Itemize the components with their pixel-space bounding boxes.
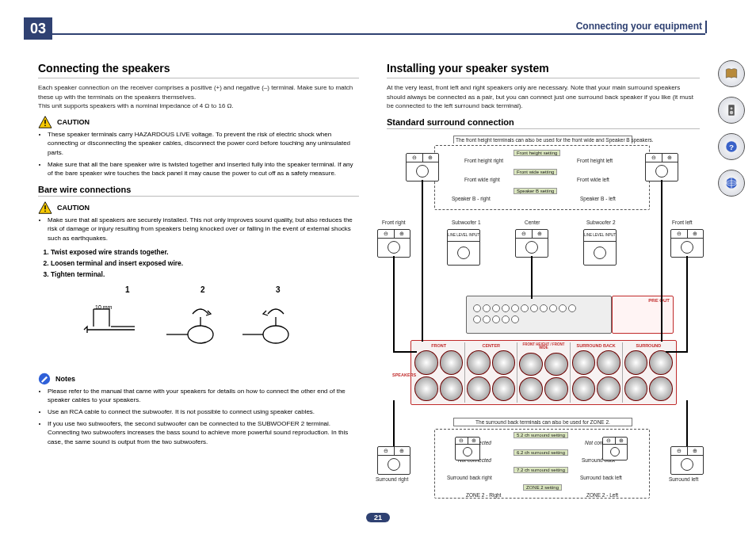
wire xyxy=(531,256,533,299)
wire xyxy=(393,256,395,351)
lbl-fhl: Front height left xyxy=(577,158,613,163)
page-number: 21 xyxy=(366,513,390,522)
lbl-sl: Surround left xyxy=(669,476,698,482)
rule xyxy=(38,78,359,78)
note-item: If you use two subwoofers, the second su… xyxy=(48,419,359,447)
chapter-title: Connecting your equipment xyxy=(576,21,702,32)
wire xyxy=(661,180,662,342)
svg-rect-1 xyxy=(44,120,45,124)
lbl-fhr: Front height right xyxy=(464,158,503,163)
svg-rect-2 xyxy=(44,124,45,125)
caution-list-2: Make sure that all speakers are securely… xyxy=(38,216,359,243)
chapter-rule xyxy=(52,33,705,35)
nav-network-icon[interactable] xyxy=(718,170,745,197)
setting-fh: Front height setting xyxy=(514,150,560,156)
speakers-label: SPEAKERS xyxy=(392,373,416,377)
caution1-item: These speaker terminals carry HAZARDOUS … xyxy=(48,130,359,158)
rule xyxy=(387,78,700,78)
chapter-title-bar xyxy=(705,21,707,33)
lbl-sbkr: Surround back right xyxy=(447,475,492,480)
left-intro: Each speaker connection on the receiver … xyxy=(38,83,359,111)
wire xyxy=(686,256,688,351)
wire xyxy=(686,400,688,446)
caution2-item: Make sure that all speakers are securely… xyxy=(48,216,359,243)
lbl-sr: Surround right xyxy=(376,476,408,482)
speaker-fh-right: ⊖⊕ xyxy=(406,153,439,182)
rule xyxy=(38,196,359,197)
wire-steps: Twist exposed wire strands together. Loo… xyxy=(38,246,359,281)
lbl-fr: Front right xyxy=(382,220,406,225)
speaker-surround-right: ⊖⊕ xyxy=(377,446,410,475)
lbl-sbl: Speaker B - left xyxy=(580,196,616,201)
lbl-linelevel2: LINE LEVEL INPUT xyxy=(584,230,616,241)
caution1-item: Make sure that all the bare speaker wire… xyxy=(48,160,359,178)
receiver-upper xyxy=(466,296,612,334)
speaker-diagram: The front height terminals can also be u… xyxy=(387,136,700,508)
svg-point-11 xyxy=(188,326,213,343)
lbl-center: Center xyxy=(525,220,540,225)
speaker-sback-small-l: ⊖⊕ xyxy=(602,437,628,460)
speaker-sub1: LINE LEVEL INPUT xyxy=(447,229,480,266)
bare-wire-heading: Bare wire connections xyxy=(38,185,359,194)
note-item: Please refer to the manual that came wit… xyxy=(48,387,359,405)
svg-text:?: ? xyxy=(729,143,734,151)
speaker-sback-small-r: ⊖⊕ xyxy=(455,437,480,460)
left-heading: Connecting the speakers xyxy=(38,62,359,75)
notes-head: Notes xyxy=(38,373,359,385)
svg-rect-5 xyxy=(44,210,45,211)
left-column: Connecting the speakers Each speaker con… xyxy=(38,62,359,449)
setting-fw: Front wide setting xyxy=(514,169,557,175)
wire xyxy=(666,351,688,353)
wire-figure: 1 2 3 10 mm xyxy=(38,285,359,365)
nav-icons: ? xyxy=(718,60,743,197)
nav-help-icon[interactable]: ? xyxy=(718,133,745,160)
caution-icon xyxy=(38,201,52,214)
lbl-linelevel: LINE LEVEL INPUT xyxy=(448,230,479,241)
standard-surround-heading: Standard surround connection xyxy=(387,117,700,127)
nav-speaker-icon[interactable] xyxy=(718,97,745,124)
thead-front: FRONT xyxy=(413,342,464,349)
caution-row-1: CAUTION xyxy=(38,116,359,128)
nav-book-icon[interactable] xyxy=(718,60,745,87)
setting-62: 6.2 ch surround setting xyxy=(514,449,568,456)
chapter-number: 03 xyxy=(30,21,46,37)
caution-label-2: CAUTION xyxy=(57,204,90,212)
lbl-fwr: Front wide right xyxy=(464,177,500,182)
speaker-front-left: ⊖⊕ xyxy=(670,229,704,258)
preout-box: PRE OUT xyxy=(612,296,674,334)
wire xyxy=(393,351,417,353)
speaker-sub2: LINE LEVEL INPUT xyxy=(583,229,617,266)
thead-sback: SURROUND BACK xyxy=(571,342,622,349)
notes-list: Please refer to the manual that came wit… xyxy=(38,387,359,447)
svg-point-20 xyxy=(730,111,734,115)
svg-point-14 xyxy=(263,326,288,343)
right-intro: At the very least, front left and right … xyxy=(387,83,700,111)
svg-point-19 xyxy=(731,107,733,109)
right-heading: Installing your speaker system xyxy=(387,62,700,75)
right-column: Installing your speaker system At the ve… xyxy=(387,62,700,508)
speaker-surround-left: ⊖⊕ xyxy=(670,446,704,475)
lbl-z2l: ZONE 2 - Left xyxy=(586,492,618,498)
pencil-icon xyxy=(38,373,51,385)
lbl-z2r: ZONE 2 - Right xyxy=(466,492,501,498)
caution-label-1: CAUTION xyxy=(57,118,90,126)
rule xyxy=(387,128,700,129)
thead-center: CENTER xyxy=(465,342,517,349)
lbl-sub2: Subwoofer 2 xyxy=(586,220,616,225)
caution-row-2: CAUTION xyxy=(38,201,359,214)
caution-list-1: These speaker terminals carry HAZARDOUS … xyxy=(38,130,359,178)
preout-label: PRE OUT xyxy=(613,296,673,303)
caution-icon xyxy=(38,116,52,128)
setting-52: 5.2 ch surround setting xyxy=(514,432,568,438)
wire xyxy=(393,400,395,446)
lbl-sbr: Speaker B - right xyxy=(452,196,491,201)
speaker-fh-left: ⊖⊕ xyxy=(645,153,678,182)
chapter-number-box: 03 xyxy=(24,17,52,40)
setting-sb: Speaker B setting xyxy=(514,188,557,194)
thead-surround: SURROUND xyxy=(623,342,674,349)
lbl-sub1: Subwoofer 1 xyxy=(452,220,481,225)
setting-72: 7.2 ch surround setting xyxy=(514,467,568,473)
speaker-center: ⊖⊕ xyxy=(515,229,548,258)
wire xyxy=(422,180,423,342)
top-note: The front height terminals can also be u… xyxy=(453,136,632,143)
